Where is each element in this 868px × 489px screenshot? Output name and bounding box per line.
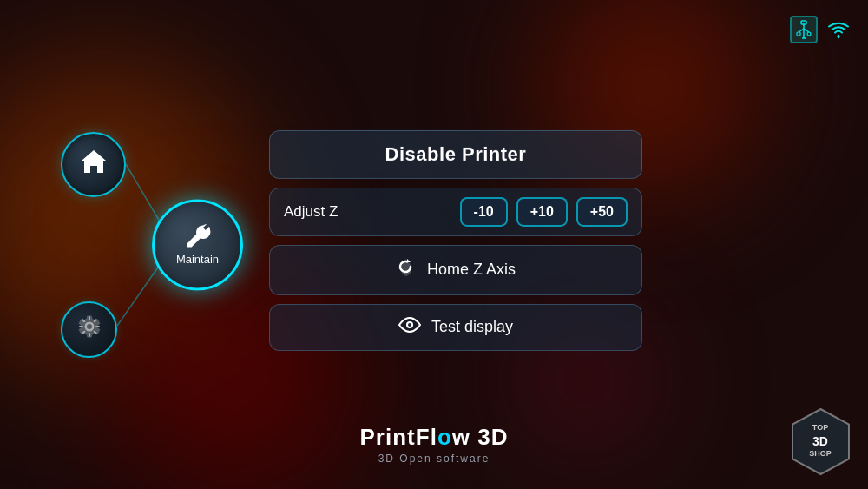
test-display-label: Test display xyxy=(431,318,513,336)
adjust-plus10-button[interactable]: +10 xyxy=(516,196,568,226)
home-icon xyxy=(80,149,108,181)
top3dshop-logo: TOP 3D SHOP xyxy=(781,402,859,480)
wrench-icon xyxy=(185,224,211,250)
main-panel: Disable Printer Adjust Z -10 +10 +50 Hom… xyxy=(269,129,642,350)
adjust-minus10-button[interactable]: -10 xyxy=(460,196,508,226)
settings-button[interactable] xyxy=(61,301,117,358)
gear-icon xyxy=(77,314,102,344)
svg-point-5 xyxy=(807,32,811,36)
test-display-button[interactable]: Test display xyxy=(269,303,642,350)
svg-line-3 xyxy=(804,29,809,32)
home-z-button[interactable]: Home Z Axis xyxy=(269,244,642,294)
adjust-plus50-button[interactable]: +50 xyxy=(576,196,628,226)
maintain-label: Maintain xyxy=(176,253,219,266)
home-z-icon xyxy=(396,256,417,282)
eye-icon xyxy=(398,315,421,338)
svg-point-8 xyxy=(838,36,840,38)
home-button[interactable] xyxy=(61,132,126,197)
nav-area: Maintain xyxy=(52,106,243,384)
screen: Maintain Disable Printer Adjust Z -10 +1… xyxy=(0,0,868,489)
top3dshop-text: TOP 3D SHOP xyxy=(809,423,832,459)
wifi-icon xyxy=(825,16,852,43)
status-icons xyxy=(790,16,852,43)
brand-title: PrintFlow 3D xyxy=(360,424,509,451)
hexagon-container: TOP 3D SHOP xyxy=(784,405,858,479)
svg-rect-4 xyxy=(797,32,800,36)
branding: PrintFlow 3D 3D Open software xyxy=(360,424,509,465)
home-z-label: Home Z Axis xyxy=(427,261,516,279)
brand-flow-o: o xyxy=(437,424,452,450)
brand-3d: 3D xyxy=(477,424,508,450)
adjust-z-row: Adjust Z -10 +10 +50 xyxy=(269,187,642,235)
svg-rect-0 xyxy=(801,21,806,24)
maintain-button[interactable]: Maintain xyxy=(152,199,243,290)
brand-subtitle: 3D Open software xyxy=(360,453,509,465)
adjust-z-label: Adjust Z xyxy=(284,202,451,220)
svg-point-13 xyxy=(408,322,411,326)
nav-container: Maintain xyxy=(52,115,243,375)
disable-printer-button[interactable]: Disable Printer xyxy=(269,129,642,178)
usb-icon xyxy=(790,16,818,43)
